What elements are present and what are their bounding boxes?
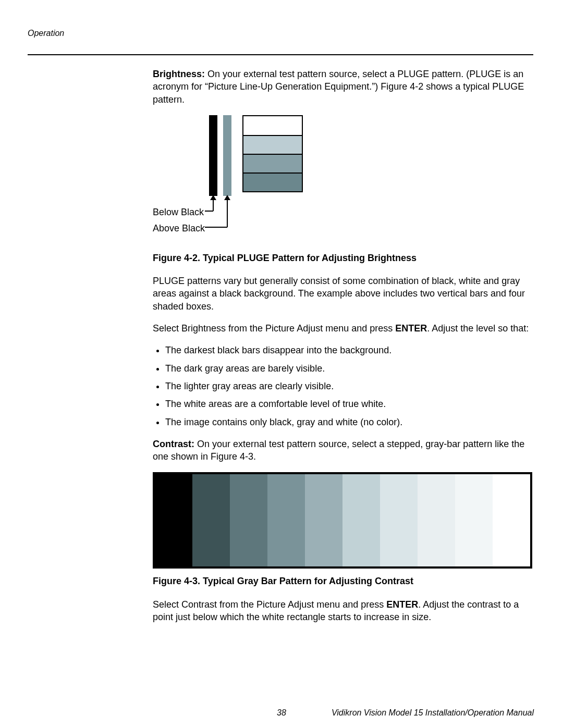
- enter-key: ENTER: [386, 599, 418, 610]
- gray-bar-7: [380, 474, 418, 566]
- pluge-box-darkgray: [243, 172, 302, 191]
- pluge-bar-black: [209, 115, 217, 196]
- pluge-bar-gray: [223, 115, 231, 196]
- select-brightness-pre: Select Brightness from the Picture Adjus…: [153, 323, 395, 334]
- contrast-lead: Contrast:: [153, 439, 194, 449]
- label-above-black: Above Black: [153, 222, 205, 235]
- manual-title: Vidikron Vision Model 15 Installation/Op…: [332, 708, 534, 718]
- gray-bar-10: [493, 474, 530, 566]
- list-item: The white areas are a comfortable level …: [165, 398, 533, 410]
- select-contrast-pre: Select Contrast from the Picture Adjust …: [153, 599, 386, 610]
- leader-line-above-black: [205, 227, 227, 228]
- pluge-box-white: [243, 116, 302, 135]
- list-item: The lighter gray areas are clearly visib…: [165, 380, 533, 392]
- select-brightness-instruction: Select Brightness from the Picture Adjus…: [153, 322, 533, 335]
- brightness-paragraph: Brightness: On your external test patter…: [153, 68, 533, 106]
- gray-bar-1: [155, 474, 192, 566]
- gray-bar-2: [192, 474, 230, 566]
- figure-4-2-pluge: Below Black Above Black: [153, 115, 309, 245]
- manual-page: Operation Brightness: On your external t…: [0, 0, 563, 728]
- pluge-box-lightgray: [243, 135, 302, 154]
- content-column: Brightness: On your external test patter…: [153, 68, 533, 633]
- label-below-black: Below Black: [153, 206, 204, 218]
- brightness-body: On your external test pattern source, se…: [153, 69, 524, 105]
- list-item: The dark gray areas are barely visible.: [165, 362, 533, 375]
- brightness-adjust-list: The darkest black bars disappear into th…: [153, 344, 533, 428]
- gray-bar-5: [305, 474, 342, 566]
- enter-key: ENTER: [395, 323, 427, 334]
- pluge-box-midgray: [243, 154, 302, 172]
- leader-line-below-black: [205, 211, 213, 212]
- gray-bar-4: [267, 474, 305, 566]
- header-rule: [28, 54, 533, 55]
- brightness-lead: Brightness:: [153, 69, 205, 79]
- arrow-below-black: [213, 200, 214, 211]
- contrast-paragraph: Contrast: On your external test pattern …: [153, 438, 533, 463]
- contrast-body: On your external test pattern source, se…: [153, 439, 524, 462]
- select-brightness-post: . Adjust the level so that:: [427, 323, 529, 334]
- list-item: The image contains only black, gray and …: [165, 416, 533, 428]
- select-contrast-instruction: Select Contrast from the Picture Adjust …: [153, 598, 533, 624]
- gray-bar-9: [455, 474, 493, 566]
- pluge-description: PLUGE patterns vary but generally consis…: [153, 275, 533, 313]
- gray-bar-8: [418, 474, 455, 566]
- figure-4-3-caption: Figure 4-3. Typical Gray Bar Pattern for…: [153, 575, 533, 587]
- figure-4-3-graybar: [153, 472, 532, 569]
- list-item: The darkest black bars disappear into th…: [165, 344, 533, 356]
- gray-bar-6: [342, 474, 380, 566]
- gray-bar-3: [230, 474, 267, 566]
- pluge-shaded-boxes: [242, 115, 303, 192]
- figure-4-2-caption: Figure 4-2. Typical PLUGE Pattern for Ad…: [153, 252, 533, 264]
- running-header: Operation: [28, 29, 64, 38]
- arrow-above-black: [227, 200, 228, 227]
